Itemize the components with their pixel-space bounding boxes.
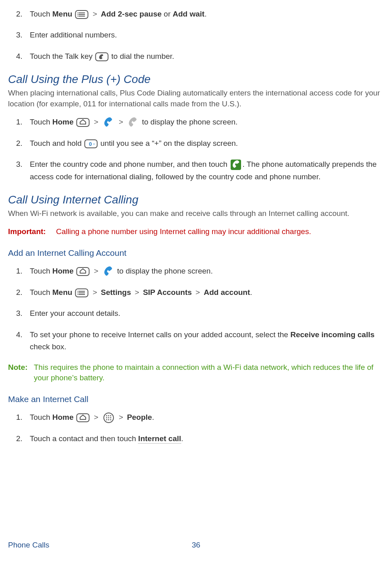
intro-plus-code: When placing international calls, Plus C… <box>8 88 384 109</box>
top-steps-list: 2. Touch Menu > Add 2-sec pause or Add w… <box>8 8 384 62</box>
important-text: Calling a phone number using Internet ca… <box>56 227 311 236</box>
add-step-1: 1. Touch Home > to display the phone scr… <box>16 265 384 278</box>
step-body: Touch Menu > Add 2-sec pause or Add wait… <box>30 8 384 20</box>
step-number: 4. <box>16 329 30 341</box>
step-body: Touch and hold until you see a “+” on th… <box>30 137 384 149</box>
note-text: This requires the phone to maintain a co… <box>34 362 384 384</box>
talk-key-icon <box>95 52 109 62</box>
step-body: Enter your account details. <box>30 307 384 319</box>
footer-page-number: 36 <box>192 540 200 551</box>
home-key-icon <box>76 266 90 277</box>
page-content: 2. Touch Menu > Add 2-sec pause or Add w… <box>8 0 384 486</box>
step-number: 2. <box>16 286 30 299</box>
step-body: Touch the Talk key to dial the number. <box>30 50 384 62</box>
intro-internet-calling: When Wi-Fi network is available, you can… <box>8 208 384 219</box>
add-step-2: 2. Touch Menu > Settings > SIP Accounts … <box>16 286 384 299</box>
subheading-add-account: Add an Internet Calling Account <box>8 247 384 259</box>
step-3: 3. Enter additional numbers. <box>16 29 384 41</box>
make-call-steps: 1. Touch Home > > People. 2. Touch a con… <box>8 411 384 445</box>
internet-call-link: Internet call <box>138 434 181 444</box>
dialpad-icon <box>127 116 139 129</box>
note-callout: Note: This requires the phone to maintai… <box>8 362 384 384</box>
step-body: Enter additional numbers. <box>30 29 384 41</box>
step-number: 1. <box>16 411 30 423</box>
step-body: Touch Home > to display the phone screen… <box>30 265 384 278</box>
step-body: Touch a contact and then touch Internet … <box>30 433 384 445</box>
add-step-3: 3. Enter your account details. <box>16 307 384 319</box>
phone-app-icon <box>103 265 115 278</box>
plus-steps-list: 1. Touch Home > > to display the phone s… <box>8 116 384 183</box>
step-body: To set your phone to receive Internet ca… <box>30 329 384 353</box>
step-number: 1. <box>16 265 30 277</box>
step-2: 2. Touch Menu > Add 2-sec pause or Add w… <box>16 8 384 20</box>
step-body: Touch Menu > Settings > SIP Accounts > A… <box>30 286 384 299</box>
step-number: 3. <box>16 158 30 170</box>
step-4: 4. Touch the Talk key to dial the number… <box>16 50 384 62</box>
subheading-make-call: Make an Internet Call <box>8 393 384 405</box>
apps-grid-icon <box>103 412 115 424</box>
important-label: Important: <box>8 227 46 236</box>
step-body: Enter the country code and phone number,… <box>30 158 384 183</box>
step-number: 2. <box>16 433 30 445</box>
call-green-icon <box>230 159 242 171</box>
make-step-1: 1. Touch Home > > People. <box>16 411 384 424</box>
important-callout: Important: Calling a phone number using … <box>8 226 384 237</box>
heading-internet-calling: Call Using Internet Calling <box>8 192 384 207</box>
make-step-2: 2. Touch a contact and then touch Intern… <box>16 433 384 445</box>
step-body: Touch Home > > People. <box>30 411 384 424</box>
step-body: Touch Home > > to display the phone scre… <box>30 116 384 129</box>
menu-key-icon <box>75 288 89 298</box>
step-number: 2. <box>16 137 30 149</box>
note-label: Note: <box>8 362 34 384</box>
home-key-icon <box>76 117 90 128</box>
add-step-4: 4. To set your phone to receive Internet… <box>16 329 384 353</box>
menu-key-icon <box>75 9 89 20</box>
step-number: 4. <box>16 50 30 62</box>
step-number: 3. <box>16 29 30 41</box>
add-account-steps: 1. Touch Home > to display the phone scr… <box>8 265 384 353</box>
home-key-icon <box>76 413 90 423</box>
step-number: 1. <box>16 116 30 128</box>
plus-step-3: 3. Enter the country code and phone numb… <box>16 158 384 183</box>
heading-plus-code: Call Using the Plus (+) Code <box>8 71 384 87</box>
step-number: 3. <box>16 307 30 319</box>
zero-plus-key-icon <box>84 139 98 149</box>
plus-step-1: 1. Touch Home > > to display the phone s… <box>16 116 384 129</box>
phone-app-icon <box>103 116 115 129</box>
page-footer: Phone Calls 36 <box>8 540 384 551</box>
footer-section: Phone Calls <box>8 540 49 551</box>
plus-step-2: 2. Touch and hold until you see a “+” on… <box>16 137 384 149</box>
step-number: 2. <box>16 8 30 20</box>
